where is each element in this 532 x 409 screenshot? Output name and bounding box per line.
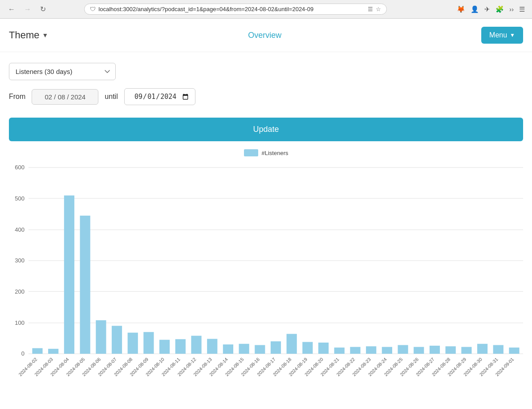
chart-container: 600 500 400 300 200 100 0 2024-08-022024… xyxy=(9,163,523,380)
theme-chevron-icon: ▼ xyxy=(42,32,48,39)
bar-2024-08-07 xyxy=(112,326,122,354)
bar-2024-08-12 xyxy=(191,336,201,354)
chart-svg: 600 500 400 300 200 100 0 2024-08-022024… xyxy=(9,163,523,378)
reader-icon: ☰ xyxy=(368,6,373,12)
bar-2024-08-17 xyxy=(271,341,281,354)
bar-2024-08-08 xyxy=(128,333,138,354)
menu-label: Menu xyxy=(489,31,507,39)
hamburger-icon-btn[interactable]: ☰ xyxy=(517,4,527,15)
date-row: From until xyxy=(9,88,523,105)
bar-2024-08-22 xyxy=(350,347,360,354)
bar-2024-08-28 xyxy=(446,346,456,354)
metric-dropdown[interactable]: Listeners (30 days) Downloads (30 days) … xyxy=(9,63,116,80)
reload-button[interactable]: ↻ xyxy=(37,4,49,14)
svg-text:100: 100 xyxy=(15,319,24,326)
bar-2024-08-04 xyxy=(64,196,74,354)
bar-2024-08-11 xyxy=(175,339,186,354)
bookmark-icon: ☆ xyxy=(376,6,381,12)
bar-2024-08-18 xyxy=(287,334,297,354)
bar-2024-08-30 xyxy=(477,344,487,354)
bar-2024-08-19 xyxy=(302,342,313,354)
menu-chevron-icon: ▼ xyxy=(510,32,515,38)
bar-2024-08-10 xyxy=(159,340,170,354)
page-content: Theme ▼ Overview Menu ▼ Listeners (30 da… xyxy=(0,19,532,398)
account-icon-btn[interactable]: 👤 xyxy=(469,4,481,15)
bar-2024-08-03 xyxy=(48,349,58,354)
chart-legend: #Listeners xyxy=(9,149,523,156)
svg-text:500: 500 xyxy=(15,195,24,202)
overview-link[interactable]: Overview xyxy=(248,31,281,40)
bar-2024-08-25 xyxy=(398,345,408,354)
bar-2024-08-02 xyxy=(32,348,42,354)
chart-area: #Listeners 600 500 400 300 200 100 xyxy=(0,149,532,380)
svg-text:400: 400 xyxy=(15,226,24,233)
bar-2024-08-15 xyxy=(239,344,249,354)
controls-area: Listeners (30 days) Downloads (30 days) … xyxy=(0,52,532,110)
security-shield-icon: 🛡 xyxy=(90,6,96,12)
url-text: localhost:3002/analytics/?podcast_id=1&p… xyxy=(98,6,365,12)
bar-2024-08-09 xyxy=(143,332,154,354)
theme-label: Theme xyxy=(9,29,39,41)
legend-label: #Listeners xyxy=(262,150,288,156)
svg-text:200: 200 xyxy=(15,288,24,295)
bar-2024-08-23 xyxy=(366,346,376,354)
top-nav: Theme ▼ Overview Menu ▼ xyxy=(0,19,532,52)
until-date-input[interactable] xyxy=(124,88,195,105)
svg-text:0: 0 xyxy=(21,350,24,357)
pocket-icon-btn[interactable]: 🦊 xyxy=(455,4,467,15)
address-bar-icons: ☰ ☆ xyxy=(368,6,381,12)
svg-text:300: 300 xyxy=(15,257,24,264)
bar-2024-08-29 xyxy=(461,347,471,354)
forward-button[interactable]: → xyxy=(21,4,34,14)
more-tools-icon-btn[interactable]: ›› xyxy=(508,4,516,15)
from-date-input[interactable] xyxy=(32,89,98,105)
back-button[interactable]: ← xyxy=(5,4,18,14)
theme-button[interactable]: Theme ▼ xyxy=(9,29,48,41)
legend-swatch xyxy=(244,149,258,156)
bar-2024-08-14 xyxy=(223,344,233,354)
bar-2024-08-06 xyxy=(96,320,106,354)
browser-right-icons: 🦊 👤 ✈ 🧩 ›› ☰ xyxy=(455,4,527,15)
bar-2024-08-16 xyxy=(255,345,265,354)
browser-chrome: ← → ↻ 🛡 localhost:3002/analytics/?podcas… xyxy=(0,0,532,19)
until-label: until xyxy=(105,93,118,101)
bar-2024-08-05 xyxy=(80,216,90,354)
bar-2024-08-21 xyxy=(334,348,345,354)
bar-2024-08-27 xyxy=(430,346,440,354)
extensions-icon-btn[interactable]: 🧩 xyxy=(494,4,506,15)
address-bar[interactable]: 🛡 localhost:3002/analytics/?podcast_id=1… xyxy=(84,4,387,15)
bar-2024-09-01 xyxy=(509,348,519,354)
bar-2024-08-24 xyxy=(382,347,392,354)
bar-2024-08-31 xyxy=(493,345,504,354)
svg-text:600: 600 xyxy=(15,164,24,171)
kite-icon-btn[interactable]: ✈ xyxy=(483,4,492,15)
menu-button[interactable]: Menu ▼ xyxy=(481,27,523,44)
bar-2024-08-26 xyxy=(414,347,424,354)
bar-2024-08-20 xyxy=(318,343,329,354)
update-button[interactable]: Update xyxy=(9,118,523,141)
from-label: From xyxy=(9,93,25,101)
bar-2024-08-13 xyxy=(207,339,217,354)
